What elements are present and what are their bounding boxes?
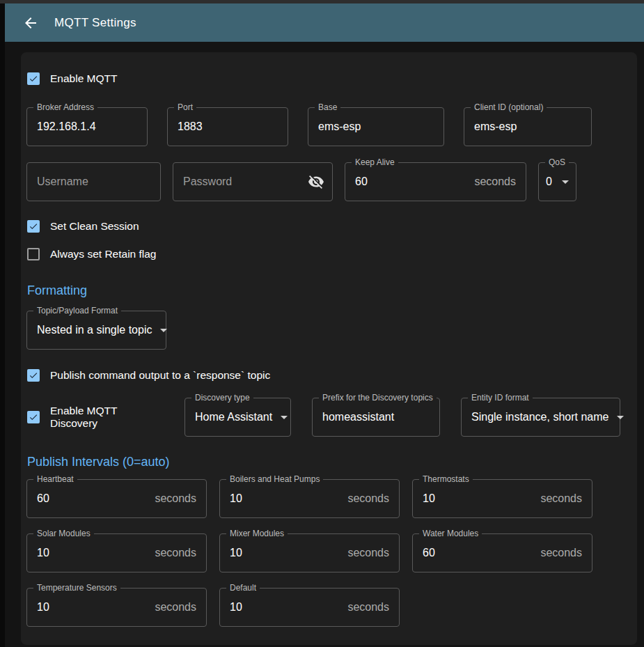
qos-value: 0 <box>546 176 553 188</box>
heartbeat-field: Heartbeat 60 seconds <box>26 479 207 518</box>
enable-mqtt-checkbox-row[interactable]: Enable MQTT <box>26 68 631 90</box>
check-icon <box>29 74 38 84</box>
default-interval-label: Default <box>226 583 260 593</box>
retain-flag-label: Always set Retain flag <box>50 248 157 260</box>
solar-modules-field: Solar Modules 10 seconds <box>26 533 207 572</box>
clean-session-label: Set Clean Session <box>50 220 139 233</box>
mixer-modules-field: Mixer Modules 10 seconds <box>219 533 400 572</box>
check-icon <box>29 371 38 380</box>
mixer-modules-unit: seconds <box>347 547 389 559</box>
port-field: Port <box>167 107 288 146</box>
app-bar: MQTT Settings <box>5 3 644 42</box>
chevron-down-icon <box>617 416 624 419</box>
credentials-row: Keep Alive 60 seconds QoS 0 <box>26 162 631 201</box>
formatting-section-title: Formatting <box>27 283 631 298</box>
settings-card: Enable MQTT Broker Address Port Base Cli… <box>21 52 637 645</box>
publish-response-checkbox-row[interactable]: Publish command output to a `response` t… <box>26 364 631 387</box>
username-input[interactable] <box>37 176 150 188</box>
boilers-label: Boilers and Heat Pumps <box>226 474 323 484</box>
water-modules-field: Water Modules 60 seconds <box>412 533 592 572</box>
chevron-down-icon <box>562 180 569 184</box>
enable-mqtt-label: Enable MQTT <box>50 72 117 85</box>
boilers-field: Boilers and Heat Pumps 10 seconds <box>219 479 400 518</box>
heartbeat-unit: seconds <box>155 492 196 505</box>
topic-payload-format-label: Topic/Payload Format <box>33 306 121 315</box>
checkbox-checked-icon[interactable] <box>27 220 40 233</box>
default-interval-field: Default 10 seconds <box>219 588 400 627</box>
broker-address-input[interactable] <box>37 120 137 133</box>
client-id-input[interactable] <box>474 120 581 133</box>
thermostats-label: Thermostats <box>419 474 473 484</box>
publish-intervals-section-title: Publish Intervals (0=auto) <box>27 455 631 469</box>
base-field: Base <box>308 107 444 146</box>
thermostats-unit: seconds <box>540 492 582 505</box>
water-modules-label: Water Modules <box>419 529 482 538</box>
discovery-type-label: Discovery type <box>191 393 253 403</box>
clean-session-checkbox-row[interactable]: Set Clean Session <box>26 215 631 237</box>
base-label: Base <box>315 102 340 112</box>
thermostats-value[interactable]: 10 <box>423 492 535 505</box>
entity-id-format-label: Entity ID format <box>468 393 533 403</box>
boilers-unit: seconds <box>347 492 389 505</box>
enable-discovery-label: Enable MQTT Discovery <box>50 405 164 430</box>
keep-alive-value[interactable]: 60 <box>355 176 469 188</box>
keep-alive-field: Keep Alive 60 seconds <box>345 162 526 201</box>
solar-modules-unit: seconds <box>155 547 196 559</box>
main-content: Enable MQTT Broker Address Port Base Cli… <box>5 42 644 647</box>
page-title: MQTT Settings <box>54 16 136 30</box>
retain-flag-checkbox-row[interactable]: Always set Retain flag <box>26 243 631 265</box>
heartbeat-label: Heartbeat <box>33 474 77 484</box>
heartbeat-value[interactable]: 60 <box>37 492 149 505</box>
qos-label: QoS <box>545 157 569 167</box>
keep-alive-label: Keep Alive <box>352 157 398 167</box>
topic-payload-format-value: Nested in a single topic <box>37 324 152 336</box>
toggle-password-visibility-button[interactable] <box>304 170 328 194</box>
check-icon <box>29 221 38 231</box>
default-interval-unit: seconds <box>347 601 389 614</box>
enable-discovery-checkbox-row[interactable]: Enable MQTT Discovery <box>26 405 164 430</box>
temperature-sensors-field: Temperature Sensors 10 seconds <box>26 588 207 627</box>
broker-fields-row: Broker Address Port Base Client ID (opti… <box>26 107 631 146</box>
chevron-down-icon <box>281 416 288 419</box>
qos-select[interactable]: QoS 0 <box>538 162 576 201</box>
discovery-prefix-input[interactable] <box>322 411 430 423</box>
temperature-sensors-unit: seconds <box>155 601 196 614</box>
thermostats-field: Thermostats 10 seconds <box>412 479 592 518</box>
checkbox-checked-icon[interactable] <box>27 411 40 423</box>
topic-payload-format-select[interactable]: Topic/Payload Format Nested in a single … <box>26 311 166 350</box>
mixer-modules-label: Mixer Modules <box>226 529 288 538</box>
password-input[interactable] <box>183 176 304 188</box>
entity-id-format-select[interactable]: Entity ID format Single instance, short … <box>461 398 620 437</box>
water-modules-value[interactable]: 60 <box>423 547 535 559</box>
discovery-type-select[interactable]: Discovery type Home Assistant <box>184 398 291 437</box>
solar-modules-label: Solar Modules <box>33 529 94 538</box>
default-interval-value[interactable]: 10 <box>230 601 342 614</box>
broker-address-label: Broker Address <box>33 102 97 112</box>
mixer-modules-value[interactable]: 10 <box>230 547 342 559</box>
solar-modules-value[interactable]: 10 <box>37 547 149 559</box>
base-input[interactable] <box>318 120 434 133</box>
keep-alive-unit: seconds <box>474 176 516 188</box>
temperature-sensors-label: Temperature Sensors <box>33 583 120 593</box>
chevron-down-icon <box>160 329 167 332</box>
publish-response-label: Publish command output to a `response` t… <box>50 369 270 382</box>
username-field <box>26 162 161 201</box>
intervals-grid: Heartbeat 60 seconds Boilers and Heat Pu… <box>26 479 631 627</box>
discovery-type-value: Home Assistant <box>195 411 272 423</box>
discovery-row: Enable MQTT Discovery Discovery type Hom… <box>26 398 631 437</box>
broker-address-field: Broker Address <box>26 107 148 146</box>
checkbox-unchecked-icon[interactable] <box>27 248 40 260</box>
mqtt-settings-page: MQTT Settings Enable MQTT Broker Address <box>5 3 644 647</box>
back-button[interactable] <box>17 9 45 37</box>
discovery-prefix-field: Prefix for the Discovery topics <box>312 398 440 437</box>
checkbox-checked-icon[interactable] <box>27 72 40 85</box>
temperature-sensors-value[interactable]: 10 <box>37 601 149 614</box>
client-id-label: Client ID (optional) <box>471 102 547 112</box>
discovery-prefix-label: Prefix for the Discovery topics <box>319 393 437 403</box>
password-field <box>173 162 333 201</box>
check-icon <box>29 412 38 422</box>
checkbox-checked-icon[interactable] <box>27 369 40 382</box>
port-input[interactable] <box>178 120 278 133</box>
boilers-value[interactable]: 10 <box>230 492 342 505</box>
entity-id-format-value: Single instance, short name <box>471 411 608 423</box>
